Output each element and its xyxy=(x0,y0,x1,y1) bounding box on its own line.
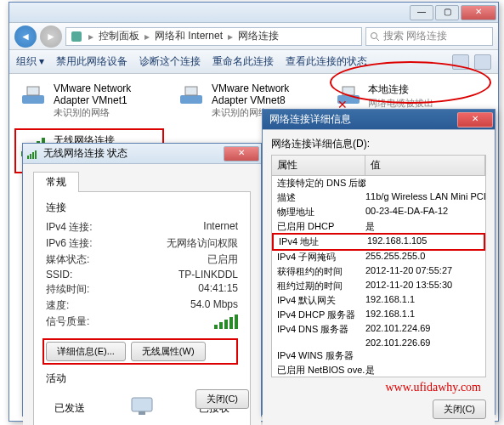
table-row[interactable]: 描述11b/g Wireless LAN Mini PCI Ex xyxy=(272,190,485,205)
view-status-button[interactable]: 查看此连接的状态 xyxy=(286,54,367,69)
svg-point-1 xyxy=(371,32,377,38)
col-value: 值 xyxy=(365,156,485,175)
details-close-footer-button[interactable]: 关闭(C) xyxy=(433,400,486,419)
status-close-button[interactable]: ✕ xyxy=(224,146,259,162)
organize-menu[interactable]: 组织 ▾ xyxy=(16,54,44,69)
search-icon xyxy=(370,31,380,42)
toolbar: 组织 ▾ 禁用此网络设备 诊断这个连接 重命名此连接 查看此连接的状态 xyxy=(9,50,498,74)
svg-text:✕: ✕ xyxy=(337,98,348,109)
svg-rect-4 xyxy=(27,87,39,95)
control-panel-icon xyxy=(70,30,83,43)
rename-button[interactable]: 重命名此连接 xyxy=(212,54,274,69)
status-close-footer-button[interactable]: 关闭(C) xyxy=(195,389,249,409)
svg-rect-15 xyxy=(27,156,29,159)
adapter-vmnet1[interactable]: VMware Network Adapter VMnet1 未识别的网络 xyxy=(14,79,164,123)
details-titlebar: 网络连接详细信息 ✕ xyxy=(263,110,495,130)
network-adapter-icon: ✕ xyxy=(334,83,363,109)
table-row[interactable]: IPv4 子网掩码255.255.255.0 xyxy=(272,250,485,264)
minimize-button[interactable]: — xyxy=(410,5,433,20)
forward-button[interactable]: ► xyxy=(40,26,62,48)
watermark: www.ufidawhy.com xyxy=(271,377,486,394)
help-icon[interactable] xyxy=(474,54,491,70)
svg-line-2 xyxy=(377,38,379,41)
navbar: ◄ ► ▸ 控制面板 ▸ 网络和 Internet ▸ 网络连接 搜索 网络连接 xyxy=(9,23,498,50)
table-row[interactable]: 已启用 DHCP是 xyxy=(272,219,485,234)
activity-section: 活动 xyxy=(46,371,238,386)
svg-rect-0 xyxy=(71,31,82,42)
svg-rect-3 xyxy=(22,95,44,104)
details-heading: 网络连接详细信息(D): xyxy=(271,137,486,151)
svg-rect-18 xyxy=(35,150,37,159)
signal-bars-icon xyxy=(214,314,238,329)
details-close-button[interactable]: ✕ xyxy=(457,112,493,128)
table-row[interactable]: 已启用 NetBIOS ove...是 xyxy=(272,363,485,377)
maximize-button[interactable]: ▢ xyxy=(435,5,459,20)
table-row[interactable]: 物理地址00-23-4E-DA-FA-12 xyxy=(272,205,485,219)
view-icon[interactable] xyxy=(452,54,469,70)
svg-rect-6 xyxy=(185,87,197,95)
close-button[interactable]: ✕ xyxy=(461,5,496,20)
svg-rect-16 xyxy=(30,154,31,159)
details-button[interactable]: 详细信息(E)... xyxy=(46,342,126,361)
diagnose-button[interactable]: 诊断这个连接 xyxy=(139,54,201,69)
table-row[interactable]: IPv4 默认网关192.168.1.1 xyxy=(272,293,485,308)
table-row[interactable]: IPv4 DHCP 服务器192.168.1.1 xyxy=(272,308,485,322)
back-button[interactable]: ◄ xyxy=(14,26,37,48)
status-titlebar: 无线网络连接 状态 ✕ xyxy=(23,144,261,164)
status-title: 无线网络连接 状态 xyxy=(43,146,127,161)
titlebar: — ▢ ✕ xyxy=(9,3,498,23)
table-row[interactable]: 租约过期的时间2012-11-20 13:55:30 xyxy=(272,279,485,293)
details-dialog: 网络连接详细信息 ✕ 网络连接详细信息(D): 属性 值 连接特定的 DNS 后… xyxy=(262,109,496,415)
details-title: 网络连接详细信息 xyxy=(263,112,351,127)
table-row[interactable]: 连接特定的 DNS 后缀 xyxy=(272,176,485,190)
svg-rect-17 xyxy=(32,152,34,159)
activity-icon xyxy=(127,394,157,420)
table-row[interactable]: 202.101.226.69 xyxy=(272,337,485,348)
network-adapter-icon xyxy=(19,83,48,109)
search-input[interactable]: 搜索 网络连接 xyxy=(365,27,493,46)
wifi-icon xyxy=(26,147,40,161)
status-dialog: 无线网络连接 状态 ✕ 常规 连接 IPv4 连接:Internet IPv6 … xyxy=(22,143,262,416)
table-row[interactable]: 获得租约的时间2012-11-20 07:55:27 xyxy=(272,264,485,279)
breadcrumb[interactable]: ▸ 控制面板 ▸ 网络和 Internet ▸ 网络连接 xyxy=(65,27,362,46)
table-row[interactable]: IPv4 地址192.168.1.105 xyxy=(272,233,485,251)
tab-general[interactable]: 常规 xyxy=(33,172,79,192)
properties-table: 属性 值 连接特定的 DNS 后缀描述11b/g Wireless LAN Mi… xyxy=(271,155,486,377)
col-property: 属性 xyxy=(272,156,365,175)
network-adapter-icon xyxy=(177,83,206,109)
svg-rect-19 xyxy=(132,398,152,411)
table-row[interactable]: IPv4 WINS 服务器 xyxy=(272,348,485,363)
table-row[interactable]: IPv4 DNS 服务器202.101.224.69 xyxy=(272,322,485,337)
connection-section: 连接 xyxy=(46,201,238,215)
svg-rect-5 xyxy=(180,95,202,104)
svg-rect-8 xyxy=(343,87,354,95)
svg-rect-20 xyxy=(139,411,145,415)
wireless-props-button[interactable]: 无线属性(W) xyxy=(131,342,206,361)
disable-device-button[interactable]: 禁用此网络设备 xyxy=(56,54,127,69)
